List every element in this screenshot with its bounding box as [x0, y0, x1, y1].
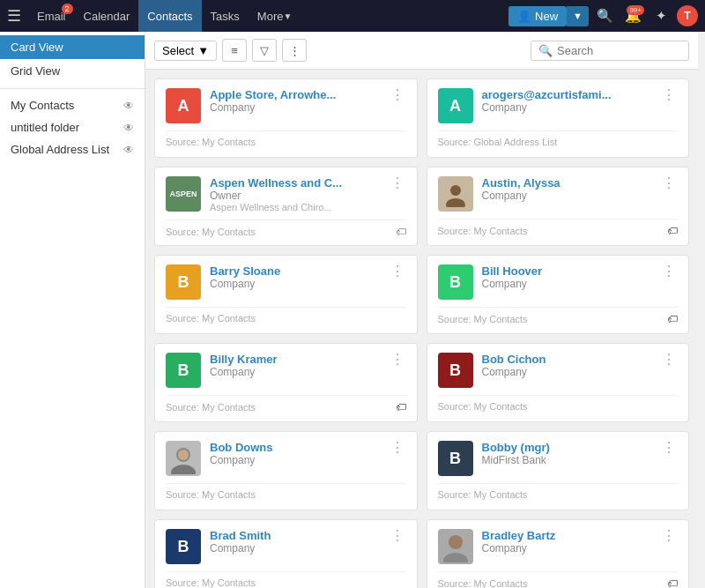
card-header: A Apple Store, Arrowhe... Company ⋮ — [166, 88, 406, 123]
more-icon: ⋮ — [289, 44, 301, 57]
contact-card[interactable]: A Apple Store, Arrowhe... Company ⋮ Sour… — [154, 78, 418, 158]
card-name: Austin, Alyssa — [482, 176, 652, 190]
card-avatar: B — [166, 264, 201, 300]
card-more-button[interactable]: ⋮ — [389, 176, 406, 190]
main-content: Select ▼ ≡ ▽ ⋮ 🔍 A — [145, 32, 698, 588]
select-button[interactable]: Select ▼ — [154, 41, 217, 61]
nav-item-more[interactable]: More ▼ — [249, 0, 301, 32]
card-name: Bradley Bartz — [482, 529, 652, 542]
card-header: B Barry Sloane Company ⋮ — [166, 264, 406, 300]
card-more-button[interactable]: ⋮ — [389, 529, 406, 543]
contact-card[interactable]: Austin, Alyssa Company ⋮ Source: My Cont… — [427, 167, 690, 246]
card-more-button[interactable]: ⋮ — [389, 353, 406, 367]
svg-point-1 — [446, 198, 465, 207]
search-input[interactable] — [557, 44, 681, 57]
nav-item-contacts[interactable]: Contacts — [138, 0, 201, 32]
sidebar-folder-my-contacts[interactable]: My Contacts 👁 — [0, 94, 145, 116]
card-name: Brad Smith — [210, 529, 380, 542]
card-info: Barry Sloane Company — [210, 264, 380, 290]
notifications-icon-btn[interactable]: 🔔 99+ — [620, 4, 645, 28]
contact-card[interactable]: B Bill Hoover Company ⋮ Source: My Conta… — [427, 255, 690, 334]
card-more-button[interactable]: ⋮ — [660, 264, 678, 279]
card-more-button[interactable]: ⋮ — [660, 176, 678, 190]
search-icon-btn[interactable]: 🔍 — [592, 4, 617, 28]
card-subtitle: Company — [482, 542, 652, 555]
card-source: Source: My Contacts — [438, 401, 528, 412]
card-more-button[interactable]: ⋮ — [660, 529, 678, 543]
tag-icon: 🏷 — [396, 226, 406, 238]
svg-point-0 — [450, 185, 461, 196]
card-footer: Source: My Contacts — [166, 130, 406, 147]
card-subtitle: Company — [482, 190, 652, 202]
card-more-button[interactable]: ⋮ — [660, 441, 678, 455]
card-avatar — [438, 529, 473, 564]
svg-point-6 — [443, 553, 468, 562]
nav-item-tasks[interactable]: Tasks — [202, 0, 249, 32]
svg-point-5 — [449, 535, 463, 549]
user-avatar[interactable]: T — [677, 5, 698, 26]
card-info: Bradley Bartz Company — [482, 529, 652, 555]
contact-card[interactable]: ASPEN Aspen Wellness and C... Owner Aspe… — [154, 167, 418, 246]
sidebar-view-grid[interactable]: Grid View — [0, 59, 145, 83]
card-name: Bob Downs — [210, 441, 380, 454]
card-more-button[interactable]: ⋮ — [389, 441, 406, 455]
star-icon-btn[interactable]: ✦ — [649, 4, 673, 28]
card-header: B Brad Smith Company ⋮ — [166, 529, 406, 564]
card-source: Source: My Contacts — [166, 489, 256, 500]
nav-item-calendar[interactable]: Calendar — [75, 0, 139, 32]
card-name: Billy Kramer — [210, 353, 380, 366]
card-more-button[interactable]: ⋮ — [660, 88, 678, 102]
card-avatar: B — [166, 353, 201, 388]
select-dropdown-icon: ▼ — [197, 44, 209, 57]
contact-card[interactable]: B Bobby (mgr) MidFirst Bank ⋮ Source: My… — [427, 431, 690, 510]
card-footer: Source: My Contacts — [166, 571, 406, 588]
card-avatar — [166, 441, 201, 476]
sidebar-view-card[interactable]: Card View — [0, 35, 145, 59]
contact-card[interactable]: B Barry Sloane Company ⋮ Source: My Cont… — [154, 255, 418, 334]
contact-card[interactable]: A arogers@azcurtisfami... Company ⋮ Sour… — [427, 78, 690, 158]
sidebar-folder-untitled[interactable]: untitled folder 👁 — [0, 116, 145, 138]
card-source: Source: My Contacts — [166, 577, 256, 588]
filter-button[interactable]: ▽ — [252, 39, 277, 62]
card-name: Bobby (mgr) — [482, 441, 652, 454]
search-area: 🔍 — [531, 41, 689, 61]
card-name: arogers@azcurtisfami... — [482, 88, 652, 101]
card-source: Source: My Contacts — [166, 313, 256, 324]
card-subtitle: Company — [482, 278, 652, 290]
sort-button[interactable]: ≡ — [222, 39, 247, 62]
svg-point-3 — [171, 465, 196, 474]
card-more-button[interactable]: ⋮ — [389, 88, 406, 102]
nav-item-email[interactable]: Email 2 — [28, 0, 75, 32]
card-avatar: A — [438, 88, 473, 123]
sidebar-folder-global[interactable]: Global Address List 👁 — [0, 138, 145, 160]
contact-card[interactable]: Bradley Bartz Company ⋮ Source: My Conta… — [427, 519, 690, 588]
card-name: Barry Sloane — [210, 264, 380, 278]
card-footer: Source: Global Address List — [438, 130, 679, 147]
more-options-button[interactable]: ⋮ — [282, 39, 307, 62]
card-info: Bob Cichon Company — [482, 353, 652, 378]
card-subtitle: Company — [210, 278, 380, 290]
person-plus-icon: 👤 — [517, 10, 531, 23]
svg-point-4 — [178, 450, 189, 460]
contact-card[interactable]: Bob Downs Company ⋮ Source: My Contacts — [154, 431, 418, 510]
app-menu-icon[interactable]: ☰ — [7, 6, 21, 26]
card-info: Apple Store, Arrowhe... Company — [210, 88, 380, 114]
contact-card[interactable]: B Brad Smith Company ⋮ Source: My Contac… — [154, 519, 418, 588]
card-more-button[interactable]: ⋮ — [389, 264, 406, 279]
contact-card[interactable]: B Bob Cichon Company ⋮ Source: My Contac… — [427, 343, 690, 422]
new-button-dropdown[interactable]: ▼ — [567, 6, 589, 26]
card-info: Brad Smith Company — [210, 529, 380, 555]
card-source: Source: Global Address List — [438, 137, 558, 147]
card-info: Billy Kramer Company — [210, 353, 380, 378]
card-source: Source: My Contacts — [166, 227, 256, 237]
new-button[interactable]: 👤 New — [508, 6, 567, 26]
contact-card[interactable]: B Billy Kramer Company ⋮ Source: My Cont… — [154, 343, 418, 422]
card-footer: Source: My Contacts 🏷 — [438, 219, 679, 237]
card-name: Bill Hoover — [482, 264, 652, 278]
card-header: B Bill Hoover Company ⋮ — [438, 264, 679, 300]
card-name: Apple Store, Arrowhe... — [210, 88, 380, 101]
card-source: Source: My Contacts — [438, 226, 528, 236]
card-footer: Source: My Contacts 🏷 — [166, 395, 406, 413]
card-source: Source: My Contacts — [438, 314, 528, 324]
card-more-button[interactable]: ⋮ — [660, 353, 678, 367]
